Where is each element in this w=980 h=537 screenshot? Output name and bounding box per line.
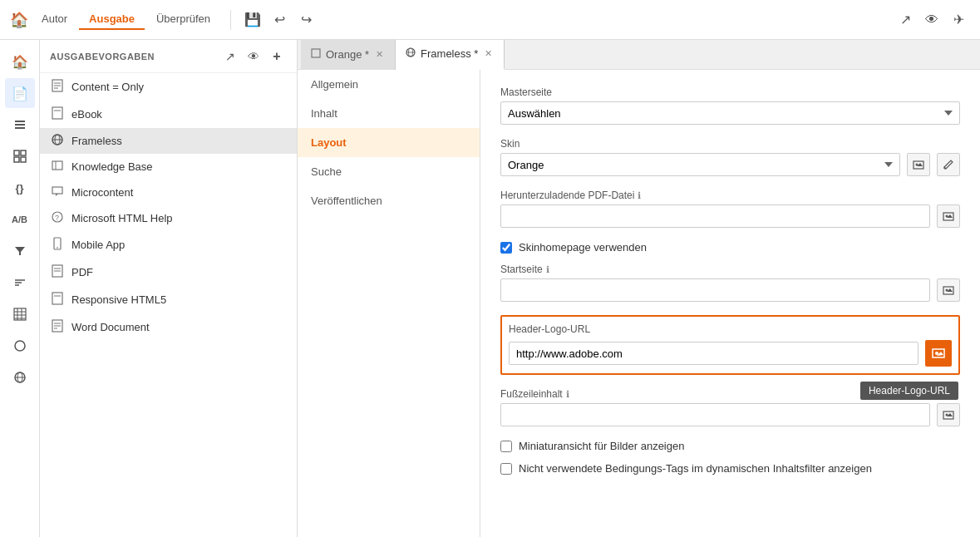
pdf-info-icon[interactable]: ℹ [638,190,641,201]
skin-select[interactable]: Orange Blue Green [500,153,900,176]
sidebar-icon-home[interactable]: 🏠 [5,47,35,76]
tabs-content-area: Orange * ✕ Frameless * ✕ Allgemein Inhal… [298,40,980,537]
header-logo-tooltip: Header-Logo-URL [860,382,958,400]
masterseite-group: Masterseite Auswählen [500,86,960,125]
masterseite-select[interactable]: Auswählen [500,101,960,125]
svg-rect-6 [21,157,26,162]
sidebar-icon-braces[interactable]: {} [5,173,35,203]
skin-browse-button[interactable] [907,153,930,176]
startseite-label: Startseite ℹ [500,264,960,275]
svg-rect-41 [52,293,62,304]
output-add-icon[interactable]: + [267,47,287,67]
nav-inhalt[interactable]: Inhalt [298,99,480,128]
startseite-info-icon[interactable]: ℹ [546,264,549,275]
main-container: 🏠 📄 {} A/B AUSGABEVORGABEN ↗ [0,40,980,537]
fusszeile-info-icon[interactable]: ℹ [566,389,569,400]
preview-button[interactable]: 👁 [920,8,943,32]
nav-veroeffentlichen[interactable]: Veröffentlichen [298,186,480,215]
svg-rect-47 [312,49,320,57]
nav-suche[interactable]: Suche [298,157,480,186]
sidebar-icon-structure[interactable] [5,141,35,171]
frameless-icon [50,134,65,148]
sidebar-icon-sort[interactable] [5,268,35,298]
sidebar-icon-page[interactable]: 📄 [5,78,35,108]
bedingungs-checkbox[interactable] [500,463,512,475]
svg-text:?: ? [55,214,59,222]
header-logo-input[interactable] [509,342,918,365]
sidebar-icon-globe[interactable] [5,362,35,392]
skin-edit-button[interactable] [937,153,960,176]
responsive-icon [50,292,65,308]
frameless-tab-close[interactable]: ✕ [483,48,494,59]
header-logo-browse-button[interactable] [925,340,952,367]
header-logo-section: Header-Logo-URL Header-Logo-URL [500,315,960,375]
output-panel-header: AUSGABEVORGABEN ↗ 👁 + [40,40,297,73]
output-item-label: Microcontent [71,186,133,199]
output-item-ebook[interactable]: eBook [40,101,297,128]
content-only-icon [50,79,65,95]
miniatur-checkbox[interactable] [500,441,512,452]
output-item-label: Frameless [71,135,122,147]
redo-button[interactable]: ↪ [294,8,318,32]
content-split: Allgemein Inhalt Layout Suche Veröffentl… [298,70,980,537]
save-button[interactable]: 💾 [241,8,264,32]
pdf-browse-button[interactable] [937,204,960,228]
output-export-icon[interactable]: ↗ [220,47,240,67]
pdf-row [500,204,960,228]
output-list: Content = Only eBook Frameless Knowledge… [40,73,297,537]
send-button[interactable]: ✈ [947,8,970,32]
masterseite-select-wrap: Auswählen [500,101,960,125]
fusszeile-row [500,403,960,426]
tab-ueberpruefen[interactable]: Überprüfen [146,9,220,30]
bedingungs-label: Nicht verwendete Bedingungs-Tags im dyna… [519,462,872,475]
tab-ausgabe[interactable]: Ausgabe [79,9,145,30]
masterseite-label: Masterseite [500,86,960,98]
skinhomepage-label: Skinhomepage verwenden [519,241,647,254]
export-button[interactable]: ↗ [894,8,917,32]
svg-rect-25 [52,107,62,119]
sidebar-icon-ab[interactable]: A/B [5,204,35,234]
svg-point-63 [935,352,938,355]
output-panel: AUSGABEVORGABEN ↗ 👁 + Content = Only eBo… [40,40,298,537]
tab-orange[interactable]: Orange * ✕ [301,40,396,70]
skin-select-wrap: Orange Blue Green [500,153,900,176]
nav-allgemein[interactable]: Allgemein [298,70,480,99]
output-item-label: Microsoft HTML Help [71,212,173,224]
startseite-input[interactable] [500,278,930,302]
nav-layout[interactable]: Layout [298,128,480,157]
startseite-group: Startseite ℹ [500,264,960,302]
home-icon: 🏠 [10,11,28,29]
startseite-browse-button[interactable] [937,278,960,302]
output-item-mobile-app[interactable]: Mobile App [40,231,297,259]
fusszeile-browse-button[interactable] [937,403,960,426]
output-item-word-document[interactable]: Word Document [40,313,297,341]
svg-rect-3 [14,150,19,155]
output-item-content-only[interactable]: Content = Only [40,73,297,101]
frameless-tab-icon [406,47,416,60]
output-item-knowledge-base[interactable]: Knowledge Base [40,154,297,180]
icon-sidebar: 🏠 📄 {} A/B [0,40,40,537]
sidebar-icon-filter[interactable] [5,236,35,266]
sidebar-icon-table[interactable] [5,299,35,329]
fusszeile-input[interactable] [500,403,930,426]
output-item-microcontent[interactable]: Microcontent [40,180,297,205]
pdf-input[interactable] [500,204,930,228]
undo-button[interactable]: ↩ [268,8,291,32]
tab-frameless[interactable]: Frameless * ✕ [396,40,505,70]
skinhomepage-checkbox[interactable] [500,242,512,254]
header-logo-row [509,340,952,367]
sidebar-icon-circle[interactable] [5,331,35,361]
tabs-bar: Orange * ✕ Frameless * ✕ [298,40,980,70]
output-item-pdf[interactable]: PDF [40,259,297,286]
output-item-frameless[interactable]: Frameless [40,128,297,154]
orange-tab-close[interactable]: ✕ [374,49,385,60]
sidebar-icon-list[interactable] [5,110,35,140]
output-eye-icon[interactable]: 👁 [244,47,263,67]
output-item-label: Mobile App [71,239,125,251]
miniatur-row: Miniaturansicht für Bilder anzeigen [500,440,960,452]
tab-autor[interactable]: Autor [32,9,77,30]
output-item-responsive-html5[interactable]: Responsive HTML5 [40,286,297,313]
masterseite-row: Auswählen [500,101,960,125]
frameless-tab-label: Frameless * [421,47,478,60]
output-item-microsoft-html[interactable]: ? Microsoft HTML Help [40,205,297,231]
